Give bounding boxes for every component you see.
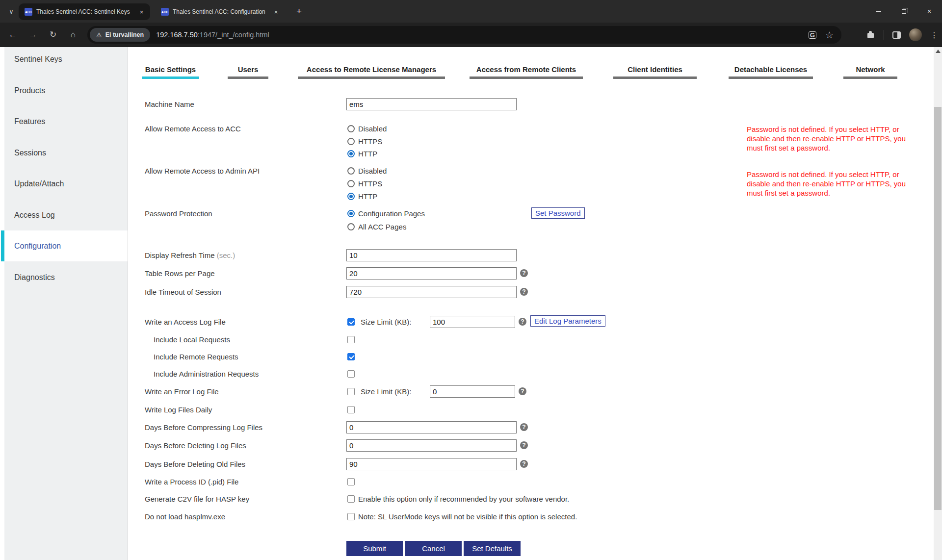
browser-tab-title: Thales Sentinel ACC: Sentinel Keys — [36, 8, 133, 15]
tab-access-to-remote-license-managers[interactable]: Access to Remote License Managers — [298, 62, 445, 79]
help-icon[interactable]: ? — [520, 423, 528, 431]
restore-button[interactable] — [891, 0, 916, 23]
sidebar-item-label: Sentinel Keys — [14, 55, 62, 64]
forward-icon[interactable]: → — [27, 29, 39, 41]
translate-icon[interactable]: G — [809, 31, 816, 39]
sidebar-item-access-log[interactable]: Access Log — [4, 200, 128, 230]
acc-https-radio[interactable] — [347, 138, 355, 145]
sidebar-item-products[interactable]: Products — [4, 75, 128, 106]
pid-file-checkbox[interactable] — [347, 478, 355, 485]
warning-triangle-icon: ⚠ — [96, 31, 102, 39]
tab-label: Client Identities — [628, 65, 682, 74]
new-tab-button[interactable]: + — [293, 6, 305, 17]
include-local-label: Include Local Requests — [145, 335, 346, 344]
scrollbar-up-arrow-icon[interactable] — [936, 50, 941, 53]
display-refresh-input[interactable] — [346, 249, 517, 261]
days-delete-old-input[interactable] — [346, 458, 517, 470]
c2v-note: Enable this option only if recommended b… — [358, 495, 569, 503]
help-icon[interactable]: ? — [520, 441, 528, 449]
include-admin-checkbox[interactable] — [347, 370, 355, 378]
help-icon[interactable]: ? — [519, 387, 526, 395]
security-badge[interactable]: ⚠ Ei turvallinen — [90, 28, 150, 42]
hasplmv-label: Do not load hasplmv.exe — [145, 512, 346, 521]
profile-avatar[interactable] — [909, 28, 922, 41]
sidebar-item-features[interactable]: Features — [4, 106, 128, 137]
sidebar-scroll-gutter — [0, 47, 4, 560]
table-rows-input[interactable] — [346, 267, 517, 280]
access-log-checkbox[interactable] — [347, 318, 355, 326]
error-log-size-input[interactable] — [430, 385, 515, 398]
cancel-button[interactable]: Cancel — [405, 541, 462, 556]
log-daily-checkbox[interactable] — [347, 406, 355, 413]
reload-icon[interactable]: ↻ — [47, 29, 59, 41]
admin-http-radio[interactable] — [347, 193, 355, 200]
help-icon[interactable]: ? — [519, 318, 526, 326]
tab-close-icon[interactable]: × — [272, 8, 280, 16]
admin-https-radio[interactable] — [347, 180, 355, 187]
days-delete-log-input[interactable] — [346, 439, 517, 452]
help-icon[interactable]: ? — [520, 269, 528, 277]
error-log-size-label: Size Limit (KB): — [361, 387, 430, 396]
sidebar-item-update-attach[interactable]: Update/Attach — [4, 168, 128, 199]
include-remote-label: Include Remote Requests — [145, 353, 346, 361]
minimize-icon — [876, 11, 881, 12]
side-panel-icon[interactable] — [892, 31, 901, 39]
include-remote-checkbox[interactable] — [347, 353, 355, 360]
hasplmv-row: Do not load hasplmv.exe Note: SL UserMod… — [145, 509, 929, 524]
days-compress-input[interactable] — [346, 421, 517, 433]
idle-timeout-input[interactable] — [346, 286, 517, 298]
admin-disabled-radio[interactable] — [347, 167, 355, 175]
sidebar-item-sentinel-keys[interactable]: Sentinel Keys — [4, 47, 128, 75]
edit-log-parameters-button[interactable]: Edit Log Parameters — [530, 315, 605, 327]
tab-access-from-remote-clients[interactable]: Access from Remote Clients — [470, 62, 583, 79]
include-local-checkbox[interactable] — [347, 336, 355, 343]
browser-tab-1[interactable]: ACC Thales Sentinel ACC: Sentinel Keys × — [19, 3, 150, 20]
browser-toolbar: ← → ↻ ⌂ ⚠ Ei turvallinen 192.168.7.50:19… — [0, 23, 942, 47]
set-defaults-button[interactable]: Set Defaults — [464, 541, 521, 556]
browser-tab-2[interactable]: ACC Thales Sentinel ACC: Configuration × — [155, 3, 285, 20]
log-daily-row: Write Log Files Daily — [145, 402, 929, 417]
tab-client-identities[interactable]: Client Identities — [613, 62, 697, 79]
sidebar-item-diagnostics[interactable]: Diagnostics — [4, 262, 128, 293]
tab-network[interactable]: Network — [843, 62, 897, 79]
scrollbar-thumb[interactable] — [934, 107, 942, 510]
c2v-checkbox[interactable] — [347, 495, 355, 503]
sidebar-item-sessions[interactable]: Sessions — [4, 137, 128, 168]
display-refresh-suffix: (sec.) — [217, 251, 236, 259]
sidebar-item-configuration[interactable]: Configuration — [4, 230, 128, 261]
tab-detachable-licenses[interactable]: Detachable Licenses — [729, 62, 813, 79]
help-icon[interactable]: ? — [520, 460, 528, 468]
acc-disabled-radio[interactable] — [347, 125, 355, 132]
machine-name-label: Machine Name — [145, 100, 346, 108]
tab-label: Access from Remote Clients — [476, 65, 576, 74]
config-pages-radio[interactable] — [347, 210, 355, 217]
address-bar[interactable]: ⚠ Ei turvallinen 192.168.7.50:1947/_int_… — [87, 26, 841, 44]
submit-button[interactable]: Submit — [346, 541, 403, 556]
machine-name-input[interactable] — [346, 98, 517, 110]
home-icon[interactable]: ⌂ — [67, 29, 79, 41]
access-log-size-input[interactable] — [430, 316, 515, 328]
error-log-checkbox[interactable] — [347, 388, 355, 395]
tab-label: Basic Settings — [145, 65, 196, 74]
error-log-label: Write an Error Log File — [145, 387, 346, 396]
all-acc-pages-radio[interactable] — [347, 223, 355, 230]
minimize-button[interactable] — [865, 0, 891, 23]
display-refresh-label: Display Refresh Time — [145, 251, 215, 259]
back-icon[interactable]: ← — [7, 29, 19, 41]
set-password-button[interactable]: Set Password — [531, 207, 585, 219]
help-icon[interactable]: ? — [520, 288, 528, 296]
tab-users[interactable]: Users — [228, 62, 268, 79]
tab-basic-settings[interactable]: Basic Settings — [142, 62, 199, 79]
close-button[interactable]: × — [916, 0, 942, 23]
tab-search-chevron-icon[interactable]: ∨ — [6, 6, 17, 17]
admin-access-label: Allow Remote Access to Admin API — [145, 167, 346, 175]
browser-menu-icon[interactable]: ⋮ — [930, 30, 937, 40]
tab-close-icon[interactable]: × — [137, 8, 146, 16]
include-remote-row: Include Remote Requests — [145, 349, 929, 364]
page-scrollbar[interactable] — [934, 47, 942, 560]
hasplmv-checkbox[interactable] — [347, 513, 355, 520]
bookmark-star-icon[interactable]: ☆ — [825, 29, 834, 41]
sidebar-item-label: Configuration — [14, 242, 61, 251]
extensions-icon[interactable] — [866, 30, 875, 39]
acc-http-radio[interactable] — [347, 150, 355, 157]
